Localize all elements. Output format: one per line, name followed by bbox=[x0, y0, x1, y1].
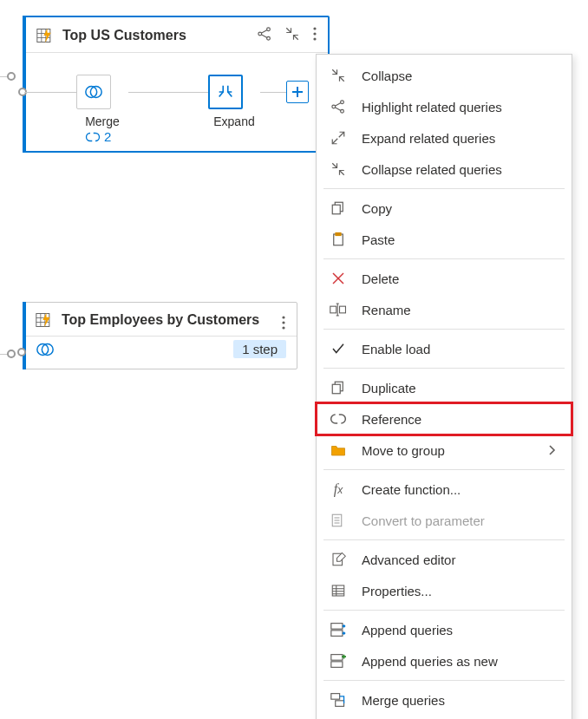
table-lightning-icon bbox=[36, 311, 53, 329]
svg-rect-45 bbox=[336, 233, 341, 236]
append-icon bbox=[329, 620, 348, 639]
svg-rect-70 bbox=[336, 701, 344, 707]
query-card-top-us-customers[interactable]: Top US Customers Merge bbox=[23, 16, 330, 153]
rename-icon bbox=[329, 300, 348, 319]
menu-move-to-group[interactable]: Move to group bbox=[317, 435, 572, 466]
share-icon bbox=[329, 97, 348, 116]
menu-label: Rename bbox=[362, 303, 559, 317]
svg-point-15 bbox=[313, 37, 316, 40]
card-title: Top US Customers bbox=[62, 28, 248, 43]
more-icon[interactable] bbox=[281, 315, 286, 334]
folder-icon bbox=[329, 441, 348, 460]
svg-rect-69 bbox=[331, 694, 340, 700]
menu-separator bbox=[323, 329, 565, 330]
menu-expand-related[interactable]: Expand related queries bbox=[317, 122, 572, 154]
menu-label: Append queries bbox=[362, 623, 559, 637]
expand-icon bbox=[329, 128, 348, 147]
menu-label: Paste bbox=[362, 232, 559, 247]
card-header: Top Employees by Customers bbox=[23, 303, 297, 337]
menu-separator bbox=[323, 610, 565, 611]
svg-line-32 bbox=[340, 77, 344, 82]
svg-line-9 bbox=[261, 30, 267, 34]
menu-separator bbox=[323, 368, 565, 369]
menu-append-queries[interactable]: Append queries bbox=[317, 614, 572, 645]
menu-label: Reference bbox=[362, 412, 559, 427]
svg-line-12 bbox=[294, 36, 298, 40]
menu-label: Properties... bbox=[362, 584, 559, 598]
editor-icon bbox=[329, 550, 348, 569]
svg-rect-48 bbox=[330, 306, 336, 313]
svg-line-31 bbox=[332, 69, 336, 74]
menu-label: Enable load bbox=[362, 342, 559, 356]
menu-separator bbox=[323, 188, 565, 189]
step-expand-label: Expand bbox=[208, 114, 260, 128]
menu-enable-load[interactable]: Enable load bbox=[317, 333, 572, 364]
duplicate-icon bbox=[329, 378, 348, 397]
menu-reference[interactable]: Reference bbox=[317, 403, 572, 435]
svg-rect-66 bbox=[331, 631, 343, 637]
menu-highlight-related[interactable]: Highlight related queries bbox=[317, 91, 572, 122]
menu-append-queries-new[interactable]: Append queries as new bbox=[317, 645, 572, 677]
menu-separator bbox=[323, 258, 565, 259]
properties-icon bbox=[329, 581, 348, 600]
menu-merge-queries-new[interactable]: Merge queries as new bbox=[317, 716, 572, 719]
svg-line-36 bbox=[335, 103, 341, 107]
menu-create-function[interactable]: fx Create function... bbox=[317, 474, 572, 505]
menu-duplicate[interactable]: Duplicate bbox=[317, 372, 572, 403]
svg-rect-68 bbox=[331, 662, 343, 668]
menu-rename[interactable]: Rename bbox=[317, 294, 572, 325]
menu-collapse-related[interactable]: Collapse related queries bbox=[317, 154, 572, 185]
collapse-icon bbox=[329, 160, 348, 179]
menu-label: Create function... bbox=[362, 482, 559, 497]
svg-point-28 bbox=[282, 326, 284, 329]
menu-label: Copy bbox=[362, 201, 559, 216]
more-icon[interactable] bbox=[312, 26, 317, 45]
linked-count: 2 bbox=[104, 129, 111, 144]
menu-advanced-editor[interactable]: Advanced editor bbox=[317, 544, 572, 575]
merge-icon bbox=[36, 340, 55, 363]
card-body: 1 step bbox=[23, 337, 297, 364]
step-expand[interactable]: Expand bbox=[208, 75, 260, 128]
menu-collapse[interactable]: Collapse bbox=[317, 60, 572, 91]
share-icon[interactable] bbox=[257, 26, 272, 45]
copy-icon bbox=[329, 199, 348, 218]
parameter-icon bbox=[329, 511, 348, 530]
menu-properties[interactable]: Properties... bbox=[317, 575, 572, 606]
svg-line-38 bbox=[339, 132, 344, 137]
menu-label: Collapse bbox=[362, 69, 559, 83]
query-card-top-employees[interactable]: Top Employees by Customers 1 step bbox=[23, 302, 297, 369]
append-new-icon bbox=[329, 651, 348, 670]
table-lightning-icon bbox=[36, 27, 54, 44]
linked-queries-badge[interactable]: 2 bbox=[85, 129, 111, 144]
card-body: Merge Expand 2 bbox=[24, 53, 328, 148]
svg-line-11 bbox=[286, 28, 291, 32]
menu-delete[interactable]: Delete bbox=[317, 263, 572, 294]
context-menu: Collapse Highlight related queries Expan… bbox=[316, 54, 572, 719]
menu-separator bbox=[323, 539, 565, 540]
svg-line-37 bbox=[335, 108, 341, 111]
svg-rect-49 bbox=[340, 306, 346, 313]
step-merge-label: Merge bbox=[76, 114, 128, 128]
svg-line-41 bbox=[340, 171, 344, 175]
step-merge[interactable]: Merge bbox=[76, 75, 128, 128]
add-step-button[interactable] bbox=[286, 81, 309, 103]
menu-label: Advanced editor bbox=[362, 552, 559, 567]
menu-separator bbox=[323, 469, 565, 470]
menu-copy[interactable]: Copy bbox=[317, 193, 572, 224]
card-header: Top US Customers bbox=[24, 17, 328, 53]
menu-paste[interactable]: Paste bbox=[317, 224, 572, 255]
svg-rect-67 bbox=[331, 655, 343, 661]
merge-queries-icon bbox=[329, 690, 348, 709]
menu-separator bbox=[323, 680, 565, 681]
menu-label: Merge queries bbox=[362, 693, 559, 708]
collapse-icon bbox=[329, 66, 348, 85]
menu-merge-queries[interactable]: Merge queries bbox=[317, 684, 572, 716]
menu-label: Collapse related queries bbox=[362, 162, 559, 177]
menu-label: Move to group bbox=[362, 443, 533, 458]
menu-label: Append queries as new bbox=[362, 654, 559, 669]
svg-point-27 bbox=[282, 321, 284, 324]
reference-icon bbox=[329, 409, 348, 428]
menu-label: Highlight related queries bbox=[362, 100, 559, 114]
collapse-icon[interactable] bbox=[284, 26, 300, 45]
card-title: Top Employees by Customers bbox=[62, 312, 286, 328]
